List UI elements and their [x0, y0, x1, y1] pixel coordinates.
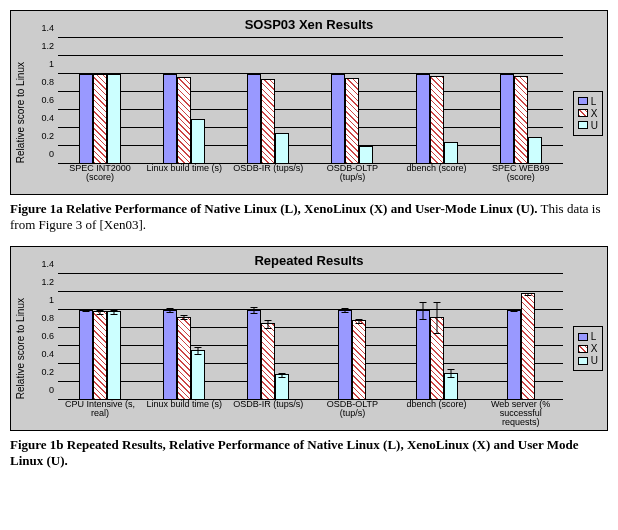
bar-L: [338, 310, 352, 400]
bar-X: [430, 76, 444, 164]
legend-label: U: [591, 120, 598, 131]
bar-L: [163, 310, 177, 400]
error-bar: [436, 302, 437, 334]
bar-X: [93, 311, 107, 399]
x-tick-label: SPEC WEB99 (score): [482, 164, 560, 188]
bar-L: [79, 74, 93, 164]
legend-label: X: [591, 108, 598, 119]
bar-group: [322, 310, 382, 400]
bar-L: [247, 310, 261, 400]
bar-group: [154, 310, 214, 400]
bar-U: [359, 146, 373, 164]
bar-U: [107, 311, 121, 399]
chart-b: Repeated ResultsRelative score to Linux0…: [10, 246, 608, 431]
y-tick: 0: [49, 149, 54, 159]
bar-X: [345, 78, 359, 164]
y-tick: 1.2: [41, 277, 54, 287]
error-bar: [345, 308, 346, 313]
bar-L: [416, 74, 430, 164]
x-tick-label: OSDB-IR (tups/s): [229, 400, 307, 424]
y-axis-label: Relative score to Linux: [15, 298, 26, 399]
error-bar: [198, 347, 199, 354]
error-bar: [184, 315, 185, 320]
error-bar: [268, 320, 269, 329]
error-bar: [114, 310, 115, 315]
legend-swatch: [578, 345, 588, 353]
bar-U: [275, 133, 289, 165]
legend-swatch: [578, 357, 588, 365]
y-tick: 1.4: [41, 23, 54, 33]
bar-X: [352, 320, 366, 399]
error-bar: [359, 319, 360, 324]
legend-swatch: [578, 97, 588, 105]
error-bar: [170, 308, 171, 313]
bar-U: [191, 350, 205, 400]
chart-a: SOSP03 Xen ResultsRelative score to Linu…: [10, 10, 608, 195]
legend-swatch: [578, 109, 588, 117]
bar-U: [191, 119, 205, 164]
caption-1b: Figure 1b Repeated Results, Relative Per…: [10, 437, 608, 470]
bar-group: [70, 74, 130, 164]
x-tick-label: dbench (score): [398, 400, 476, 424]
error-bar: [450, 369, 451, 378]
bar-X: [514, 76, 528, 164]
bar-L: [331, 74, 345, 164]
plot-area: 00.20.40.60.811.21.4SPEC INT2000 (score)…: [30, 38, 567, 188]
y-tick: 1: [49, 59, 54, 69]
bar-X: [261, 323, 275, 400]
x-tick-label: dbench (score): [398, 164, 476, 188]
bar-U: [107, 74, 121, 164]
error-bar: [513, 309, 514, 313]
bar-L: [500, 74, 514, 164]
plot-area: 00.20.40.60.811.21.4CPU Intensive (s, re…: [30, 274, 567, 424]
y-tick: 0: [49, 385, 54, 395]
caption-1a: Figure 1a Relative Performance of Native…: [10, 201, 608, 234]
bar-X: [261, 79, 275, 165]
bar-group: [70, 310, 130, 400]
x-tick-label: Linux build time (s): [145, 400, 223, 424]
bar-L: [163, 74, 177, 164]
y-axis-label: Relative score to Linux: [15, 62, 26, 163]
bar-X: [93, 74, 107, 164]
bar-group: [154, 74, 214, 164]
x-tick-label: OSDB-OLTP (tup/s): [313, 400, 391, 424]
error-bar: [100, 310, 101, 315]
bar-U: [444, 142, 458, 165]
bar-U: [444, 373, 458, 400]
x-tick-label: Web server (% successful requests): [482, 400, 560, 424]
error-bar: [282, 373, 283, 378]
y-tick: 0.2: [41, 367, 54, 377]
bar-X: [521, 293, 535, 399]
legend: LXU: [573, 91, 603, 136]
bar-group: [491, 74, 551, 164]
bar-L: [79, 310, 93, 400]
y-tick: 1: [49, 295, 54, 305]
chart-title: SOSP03 Xen Results: [15, 17, 603, 32]
bar-L: [416, 310, 430, 400]
y-tick: 0.4: [41, 113, 54, 123]
x-tick-label: SPEC INT2000 (score): [61, 164, 139, 188]
y-tick: 1.2: [41, 41, 54, 51]
bar-L: [247, 74, 261, 164]
x-tick-label: OSDB-OLTP (tup/s): [313, 164, 391, 188]
chart-title: Repeated Results: [15, 253, 603, 268]
x-tick-label: CPU Intensive (s, real): [61, 400, 139, 424]
legend-label: U: [591, 355, 598, 366]
bar-group: [238, 74, 298, 164]
y-tick: 0.8: [41, 313, 54, 323]
bar-group: [322, 74, 382, 164]
bar-group: [407, 74, 467, 164]
legend-swatch: [578, 121, 588, 129]
bar-L: [507, 310, 521, 400]
legend-label: L: [591, 331, 597, 342]
y-tick: 0.6: [41, 95, 54, 105]
legend-label: X: [591, 343, 598, 354]
bar-group: [407, 310, 467, 400]
bar-group: [238, 310, 298, 400]
bar-X: [177, 77, 191, 164]
bar-U: [528, 137, 542, 164]
y-tick: 0.4: [41, 349, 54, 359]
legend-label: L: [591, 96, 597, 107]
bar-X: [430, 317, 444, 400]
x-tick-label: Linux build time (s): [145, 164, 223, 188]
